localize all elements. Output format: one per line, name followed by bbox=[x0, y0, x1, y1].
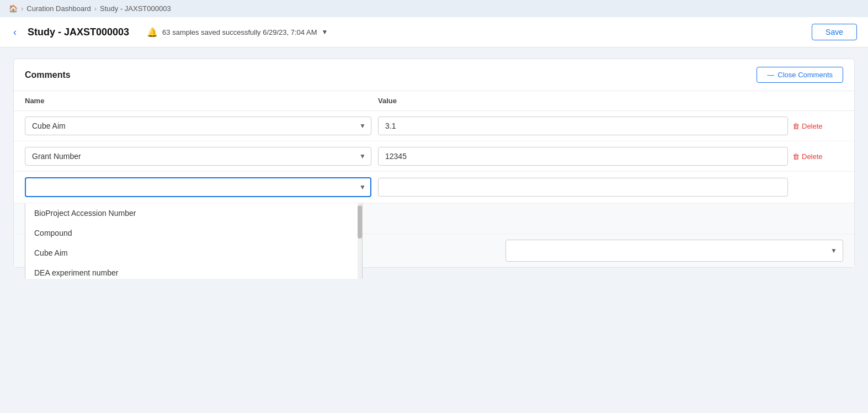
name-select-wrapper-2: Grant Number BioProject Accession Number… bbox=[25, 147, 371, 166]
page-title: Study - JAXST000003 bbox=[28, 27, 129, 38]
home-icon[interactable]: 🏠 bbox=[9, 4, 18, 13]
bell-icon: 🔔 bbox=[147, 27, 158, 38]
delete-label-1: Delete bbox=[802, 122, 823, 130]
delete-label-2: Delete bbox=[802, 152, 823, 161]
value-input-3[interactable] bbox=[378, 178, 788, 197]
breadcrumb-sep-1: › bbox=[21, 4, 23, 13]
back-button[interactable]: ‹ bbox=[11, 27, 19, 38]
name-select-wrapper-3: BioProject Accession Number Compound Cub… bbox=[25, 177, 371, 197]
value-input-2[interactable] bbox=[378, 147, 788, 166]
dropdown-item-cubeaim[interactable]: Cube Aim bbox=[25, 243, 358, 263]
comments-header: Comments — Close Comments bbox=[14, 59, 854, 91]
scrollbar-track[interactable] bbox=[358, 203, 362, 279]
name-select-wrapper-1: Cube Aim BioProject Accession Number Com… bbox=[25, 117, 371, 135]
notification-dropdown-arrow[interactable]: ▼ bbox=[321, 28, 328, 36]
column-action-header bbox=[788, 97, 843, 105]
name-select-1[interactable]: Cube Aim BioProject Accession Number Com… bbox=[25, 117, 371, 135]
trash-icon-1: 🗑 bbox=[792, 122, 800, 130]
delete-button-2[interactable]: 🗑 Delete bbox=[788, 150, 843, 163]
column-value-header: Value bbox=[378, 97, 788, 105]
chevron-down-icon-extra: ▼ bbox=[830, 247, 837, 255]
page-header: ‹ Study - JAXST000003 🔔 63 samples saved… bbox=[0, 17, 868, 47]
close-comments-icon: — bbox=[767, 71, 774, 79]
close-comments-label: Close Comments bbox=[778, 71, 833, 79]
value-input-1[interactable] bbox=[378, 117, 788, 135]
extra-select-end: ▼ bbox=[505, 240, 843, 262]
trash-icon-2: 🗑 bbox=[792, 152, 800, 161]
breadcrumb-item-curation[interactable]: Curation Dashboard bbox=[26, 4, 90, 13]
breadcrumb-item-study[interactable]: Study - JAXST000003 bbox=[100, 4, 171, 13]
breadcrumb: 🏠 › Curation Dashboard › Study - JAXST00… bbox=[0, 0, 868, 17]
main-content: Comments — Close Comments Name Value Cub… bbox=[0, 47, 868, 279]
comment-row-3: BioProject Accession Number Compound Cub… bbox=[14, 172, 854, 203]
table-header: Name Value bbox=[14, 91, 854, 111]
notification-area: 🔔 63 samples saved successfully 6/29/23,… bbox=[147, 27, 328, 38]
comment-row-1: Cube Aim BioProject Accession Number Com… bbox=[14, 111, 854, 141]
breadcrumb-sep-2: › bbox=[94, 4, 97, 13]
close-comments-button[interactable]: — Close Comments bbox=[757, 67, 843, 83]
name-select-2[interactable]: Grant Number BioProject Accession Number… bbox=[25, 147, 371, 166]
save-button[interactable]: Save bbox=[812, 24, 857, 40]
comments-panel: Comments — Close Comments Name Value Cub… bbox=[13, 59, 855, 268]
notification-text: 63 samples saved successfully 6/29/23, 7… bbox=[162, 28, 317, 36]
dropdown-item-deaexperiment[interactable]: DEA experiment number bbox=[25, 263, 358, 279]
dropdown-list: BioProject Accession Number Compound Cub… bbox=[25, 203, 363, 279]
column-name-header: Name bbox=[25, 97, 378, 105]
name-select-3[interactable]: BioProject Accession Number Compound Cub… bbox=[25, 177, 371, 197]
dropdown-item-bioprojectaccnumber[interactable]: BioProject Accession Number bbox=[25, 203, 358, 223]
comment-row-2: Grant Number BioProject Accession Number… bbox=[14, 141, 854, 172]
dropdown-item-compound[interactable]: Compound bbox=[25, 223, 358, 243]
delete-button-1[interactable]: 🗑 Delete bbox=[788, 120, 843, 133]
scrollbar-thumb bbox=[358, 205, 362, 239]
dropdown-scroll[interactable]: BioProject Accession Number Compound Cub… bbox=[25, 203, 358, 279]
comments-title: Comments bbox=[25, 70, 71, 80]
